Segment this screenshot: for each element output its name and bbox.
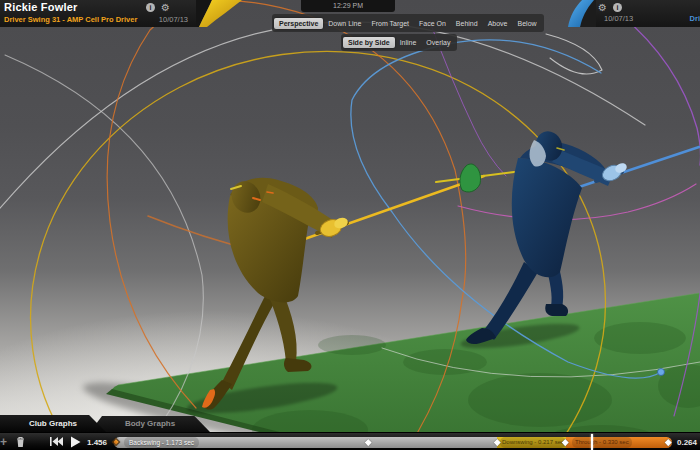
view-button-down-line[interactable]: Down Line [323,18,366,29]
view-button-perspective[interactable]: Perspective [274,18,323,29]
timeline-segment-through[interactable]: Through - 0.330 sec [566,437,672,448]
green-ball-marker [460,164,481,192]
gold-swoosh [196,0,242,27]
right-golfer-lead-foot [545,304,568,316]
mode-button-overlay[interactable]: Overlay [421,37,455,48]
current-time-readout: 1.456 [87,438,107,447]
purple-trail-arc [620,14,700,165]
play-icon[interactable] [70,436,81,448]
info-icon[interactable]: i [146,3,155,12]
view-button-behind[interactable]: Behind [451,18,483,29]
playhead[interactable] [591,434,593,450]
session-time: 12:29 PM [301,0,395,12]
swing-timeline-track[interactable]: Backswing - 1.173 sec Downswing - 0.217 … [114,437,672,448]
view-button-above[interactable]: Above [483,18,513,29]
gear-icon-right[interactable]: ⚙ [598,3,607,13]
mode-button-side-by-side[interactable]: Side by Side [343,37,395,48]
trash-icon[interactable] [15,436,26,448]
tab-club-graphs[interactable]: Club Graphs [0,415,106,432]
swing-label-right-truncated: Dri [690,14,700,23]
swing-label-left: Driver Swing 31 - AMP Cell Pro Driver [4,15,137,24]
tab-body-graphs[interactable]: Body Graphs [90,416,210,432]
header-left-panel: Rickie Fowler Driver Swing 31 - AMP Cell… [0,0,196,27]
blue-trail-ball-marker [658,369,665,376]
blue-swoosh [556,0,600,27]
camera-view-toolbar: Perspective Down Line From Target Face O… [272,14,544,32]
compare-mode-toolbar: Side by Side Inline Overlay [341,34,457,51]
view-button-below[interactable]: Below [513,18,542,29]
skip-to-start-icon[interactable] [50,436,63,447]
3d-scene-canvas [0,0,700,450]
session-date-right: 10/07/13 [604,14,633,23]
timeline-segment-backswing[interactable]: Backswing - 1.173 sec [114,437,497,448]
gear-icon[interactable]: ⚙ [161,3,170,13]
end-time-readout: 0.264 [677,438,697,447]
add-icon[interactable]: + [0,435,7,449]
player-name: Rickie Fowler [4,1,78,13]
mode-button-inline[interactable]: Inline [395,37,422,48]
view-button-face-on[interactable]: Face On [414,18,451,29]
session-date-left: 10/07/13 [159,15,188,24]
swing-analysis-app: Rickie Fowler Driver Swing 31 - AMP Cell… [0,0,700,450]
info-icon-right[interactable]: i [613,3,622,12]
playback-transport-bar: + 1.456 Backswing - 1.173 sec Downswing … [0,432,700,450]
timeline-segment-downswing[interactable]: Downswing - 0.217 sec [497,437,566,448]
view-button-from-target[interactable]: From Target [366,18,414,29]
header-right-panel: ⚙ i 10/07/13 Dri [596,0,700,27]
3d-viewport[interactable] [0,0,700,450]
right-golfer-torso [512,158,582,277]
